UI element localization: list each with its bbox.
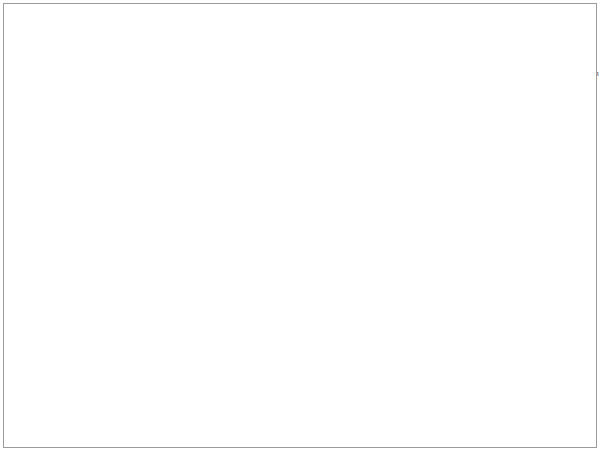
- dock-tab-symbology[interactable]: Symbology: [415, 419, 480, 434]
- customize-qat-icon[interactable]: [168, 14, 174, 17]
- normalization-select[interactable]: <None>: [478, 198, 581, 211]
- status-options-icon[interactable]: [342, 426, 348, 429]
- update-thumbnail-icon[interactable]: ↓: [275, 68, 281, 78]
- class2-symbol-dropdown-icon[interactable]: [462, 340, 468, 343]
- catalog-pane-icon[interactable]: [158, 57, 169, 66]
- thumbnail-icon[interactable]: [272, 56, 283, 65]
- scale-combobox[interactable]: 1:227,055: [219, 421, 277, 434]
- dock-tab-menu-icon[interactable]: [586, 427, 592, 430]
- list-by-selection-icon[interactable]: [50, 146, 62, 164]
- class-row-1[interactable]: ≤ 80 Fewer than 80%: [420, 316, 587, 333]
- symbology-options-menu-icon[interactable]: ≡: [581, 133, 587, 144]
- attribute-table-icon[interactable]: ▦: [294, 423, 302, 432]
- tree-search-icon[interactable]: [183, 133, 191, 141]
- class1-symbol-swatch[interactable]: [423, 319, 439, 329]
- window-options-dropdown-icon[interactable]: [209, 86, 215, 89]
- class1-upper-value[interactable]: ≤ 80: [472, 319, 524, 330]
- view-mode-icon[interactable]: [13, 56, 24, 65]
- map-tab-close-icon[interactable]: ✕: [329, 118, 335, 127]
- tab-analysis[interactable]: Analysis: [106, 33, 150, 51]
- save-project-icon[interactable]: [46, 9, 59, 22]
- map-canvas[interactable]: [215, 131, 412, 417]
- tasks-pane-icon[interactable]: [176, 83, 187, 92]
- method-select[interactable]: Manual Interval: [478, 214, 581, 227]
- tab-feature-layer[interactable]: Feature Layer: [439, 32, 504, 50]
- checkbox-checked[interactable]: ✓: [23, 412, 32, 421]
- chart-item-stability[interactable]: Stability of Predominant Hot Spot Catego…: [53, 398, 210, 408]
- color-scheme-ramp[interactable]: [478, 247, 562, 258]
- scale-symbols-tab-icon[interactable]: [502, 129, 515, 147]
- link-cursors-button[interactable]: Link Cursors: [91, 54, 119, 86]
- layer-sensitivity[interactable]: ✓ Sensitivity Analysis of Hot Spots: Att…: [23, 201, 210, 210]
- tab-data[interactable]: Data: [549, 32, 580, 50]
- sync-views-dropdown-icon[interactable]: [208, 61, 214, 64]
- list-by-editing-icon[interactable]: [68, 146, 80, 164]
- symbology-menu-icon[interactable]: [555, 118, 561, 121]
- more-dropdown-icon[interactable]: [579, 293, 585, 296]
- popup-dock-hint-icon[interactable]: [373, 402, 386, 412]
- locate-icon[interactable]: ⌖: [358, 422, 363, 432]
- tab-labeling[interactable]: Labeling: [503, 32, 548, 50]
- effects-button[interactable]: Effects: [464, 56, 494, 85]
- selection-box-icon[interactable]: ⊡: [379, 423, 386, 432]
- enable-location-button[interactable]: Enable Location: [412, 54, 454, 91]
- symbology-close-icon[interactable]: ✕: [580, 115, 587, 124]
- tab-space-time-cube-explorer[interactable]: Space Time Cube Explorer: [288, 33, 398, 51]
- color-scheme-dropdown-icon[interactable]: [566, 252, 572, 255]
- class-row-2[interactable]: ≤ 100 More than 80%: [420, 333, 587, 350]
- undo-icon[interactable]: ↺: [63, 9, 76, 22]
- class1-label[interactable]: Fewer than 80%: [524, 319, 587, 330]
- contents-menu-icon[interactable]: [175, 118, 181, 121]
- layer-basemap[interactable]: ✓ World Topographic Map: [23, 412, 114, 421]
- view-clipping-button[interactable]: View Clipping: [533, 56, 565, 92]
- contents-pin-icon[interactable]: [187, 114, 194, 125]
- ribbon-collapse-icon[interactable]: [585, 99, 591, 102]
- tab-classes[interactable]: Classes: [420, 271, 461, 285]
- symbology-filter-tab-icon[interactable]: [483, 129, 494, 147]
- class2-symbol-swatch[interactable]: [423, 336, 439, 346]
- close-button[interactable]: ✕: [578, 12, 590, 22]
- add-data-icon[interactable]: ✛: [321, 423, 328, 432]
- search-windows-icon[interactable]: [198, 71, 207, 79]
- primary-symbology-select[interactable]: Graduated Colors: [424, 165, 584, 178]
- tab-histogram[interactable]: Histogram: [461, 271, 509, 285]
- set-expression-button[interactable]: X: [567, 182, 581, 195]
- map-tab-menu-icon[interactable]: [401, 119, 407, 122]
- add-animation-label[interactable]: Add: [370, 59, 382, 66]
- pause-draw-icon[interactable]: ‖: [396, 423, 400, 432]
- remove-animation-label[interactable]: Remove: [368, 75, 394, 82]
- minimize-button[interactable]: —: [538, 12, 550, 22]
- maximize-button[interactable]: [560, 13, 568, 21]
- catalog-view-icon[interactable]: [176, 70, 187, 79]
- panel-splitter[interactable]: •••: [416, 259, 591, 266]
- open-icon[interactable]: [29, 9, 42, 22]
- tab-imagery[interactable]: Imagery: [209, 33, 252, 51]
- checkbox-checked[interactable]: ✓: [42, 213, 51, 222]
- map-view-tab[interactable]: Prioritizing Poverty Zones ✕: [218, 113, 343, 131]
- search-icon[interactable]: [334, 11, 344, 29]
- pointer-coords-icon[interactable]: ◈: [332, 423, 338, 432]
- python-window-icon[interactable]: [158, 83, 169, 92]
- tab-project[interactable]: Project: [4, 33, 43, 51]
- view-mode3-icon[interactable]: [13, 80, 24, 89]
- tab-edit[interactable]: Edit: [181, 33, 209, 51]
- tab-scales[interactable]: Scales: [509, 271, 546, 285]
- expander-icon[interactable]: [34, 214, 41, 221]
- symbology-pin-icon[interactable]: [567, 114, 574, 125]
- view-mode2-icon[interactable]: [13, 68, 24, 77]
- checkbox-checked[interactable]: ✓: [30, 265, 39, 274]
- tab-map[interactable]: Map: [43, 33, 73, 51]
- geoprocessing-pane-icon[interactable]: [176, 57, 187, 66]
- class2-upper-value[interactable]: ≤ 100: [472, 336, 524, 347]
- list-by-snapping-icon[interactable]: [86, 146, 99, 164]
- search-input[interactable]: Search: [25, 131, 205, 144]
- new-bookmark-icon[interactable]: ⊞: [283, 423, 290, 432]
- tab-insert[interactable]: Insert: [72, 33, 106, 51]
- window-options-icon[interactable]: [198, 83, 207, 91]
- convert-button[interactable]: Convert: [28, 54, 53, 83]
- tab-view[interactable]: View: [150, 33, 181, 51]
- notifications-bell-icon[interactable]: [497, 8, 506, 26]
- undo-dropdown-icon[interactable]: [80, 14, 86, 17]
- search-options-icon[interactable]: [195, 136, 201, 139]
- globe-tool-icon[interactable]: [134, 9, 147, 22]
